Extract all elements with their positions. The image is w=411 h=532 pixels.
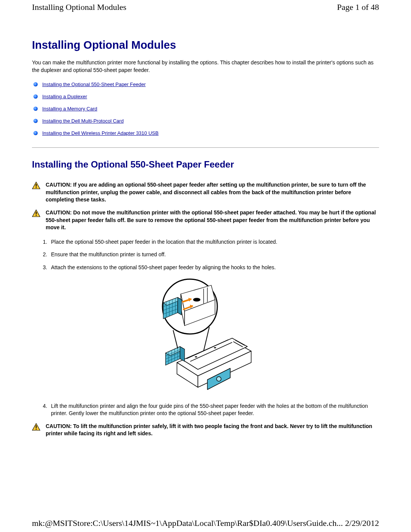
svg-line-47	[173, 330, 178, 348]
toc-item: Installing the Dell Multi-Protocol Card	[33, 118, 379, 124]
caution-block: CAUTION: Do not move the multifunction p…	[32, 209, 379, 232]
bullet-icon	[33, 107, 38, 111]
toc-link-wireless-adapter[interactable]: Installing the Dell Wireless Printer Ada…	[42, 130, 159, 136]
table-of-contents: Installing the Optional 550-Sheet Paper …	[32, 81, 379, 136]
toc-link-multi-protocol-card[interactable]: Installing the Dell Multi-Protocol Card	[42, 118, 124, 124]
caution-text: CAUTION: If you are adding an optional 5…	[46, 181, 379, 204]
intro-paragraph: You can make the multifunction printer m…	[32, 59, 379, 74]
svg-rect-51	[36, 428, 37, 429]
toc-item: Installing the Dell Wireless Printer Ada…	[33, 130, 379, 136]
svg-point-34	[193, 298, 200, 301]
toc-link-memory-card[interactable]: Installing a Memory Card	[42, 106, 97, 112]
bullet-icon	[33, 131, 38, 135]
step-item: Attach the extensions to the optional 55…	[49, 264, 379, 272]
header-title: Installing Optional Modules	[32, 2, 126, 12]
page-header: Installing Optional Modules Page 1 of 48	[32, 0, 379, 12]
warning-icon	[32, 423, 40, 431]
caution-label: CAUTION:	[46, 182, 72, 188]
svg-rect-1	[36, 184, 37, 187]
svg-point-16	[195, 356, 197, 357]
caution-label: CAUTION:	[46, 423, 72, 429]
toc-item: Installing a Memory Card	[33, 106, 379, 112]
toc-item: Installing a Duplexer	[33, 94, 379, 99]
svg-rect-2	[36, 187, 37, 188]
svg-point-10	[217, 377, 221, 381]
illustration	[32, 277, 379, 391]
caution-body: To lift the multifunction printer safely…	[46, 423, 372, 437]
step-item: Place the optional 550-sheet paper feede…	[49, 238, 379, 246]
step-list: Place the optional 550-sheet paper feede…	[32, 238, 379, 272]
footer-date: 2/29/2012	[345, 518, 379, 528]
bullet-icon	[33, 94, 38, 99]
warning-icon	[32, 209, 40, 217]
bullet-icon	[33, 82, 38, 86]
caution-text: CAUTION: Do not move the multifunction p…	[46, 209, 379, 232]
caution-block: CAUTION: If you are adding an optional 5…	[32, 181, 379, 204]
caution-block: CAUTION: To lift the multifunction print…	[32, 423, 379, 438]
svg-marker-20	[180, 347, 185, 361]
svg-rect-50	[36, 425, 37, 428]
document-body: Installing Optional Modules You can make…	[32, 12, 379, 438]
svg-point-17	[214, 347, 216, 348]
caution-text: CAUTION: To lift the multifunction print…	[46, 423, 379, 438]
caution-body: If you are adding an optional 550-sheet …	[46, 182, 366, 203]
svg-rect-4	[36, 212, 37, 214]
page-title: Installing Optional Modules	[32, 39, 379, 51]
footer-path: mk:@MSITStore:C:\Users\14JMIS~1\AppData\…	[32, 518, 343, 528]
toc-item: Installing the Optional 550-Sheet Paper …	[33, 81, 379, 87]
step-list-continued: Lift the multifunction printer and align…	[32, 403, 379, 417]
section-title: Installing the Optional 550-Sheet Paper …	[32, 159, 379, 170]
svg-rect-5	[36, 215, 37, 216]
svg-line-48	[204, 327, 209, 351]
toc-link-duplexer[interactable]: Installing a Duplexer	[42, 94, 87, 99]
warning-icon	[32, 182, 40, 189]
caution-label: CAUTION:	[46, 209, 72, 216]
page-footer: mk:@MSITStore:C:\Users\14JMIS~1\AppData\…	[32, 518, 379, 528]
step-item: Lift the multifunction printer and align…	[49, 403, 379, 417]
bullet-icon	[33, 119, 38, 123]
horizontal-rule	[32, 147, 379, 148]
step-item: Ensure that the multifunction printer is…	[49, 251, 379, 259]
page-indicator: Page 1 of 48	[337, 2, 379, 12]
toc-link-550-feeder[interactable]: Installing the Optional 550-Sheet Paper …	[42, 81, 146, 87]
paper-feeder-diagram-icon	[150, 277, 261, 391]
caution-body: Do not move the multifunction printer wi…	[46, 209, 376, 230]
svg-marker-37	[178, 297, 182, 315]
